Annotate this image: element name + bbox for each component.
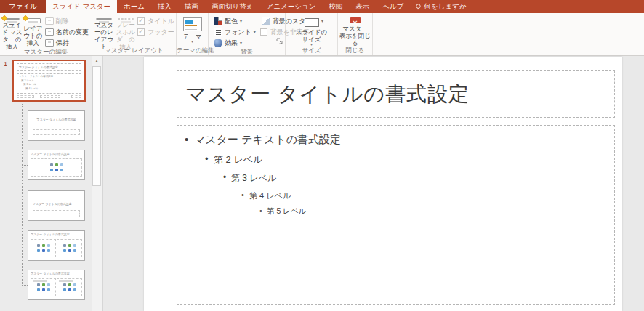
comparison-heading-bar [33,280,47,282]
insert-placeholder-icon [118,18,134,20]
layout-connector-stub [22,206,28,206]
group-label-master-layout: マスター レイアウト [92,47,176,55]
master-title-text: マスター タイトルの書式設定 [177,81,470,108]
slide-editor-area: マスター タイトルの書式設定 マスター テキストの書式設定 第 2 レベル 第 … [103,56,644,311]
group-label-background: 背景 [209,48,285,56]
insert-layout-icon [25,18,41,23]
slide-size-button[interactable]: スライドのサイズ [294,15,329,47]
tab-review[interactable]: 校閲 [322,0,349,13]
thumb-text-box [33,210,80,217]
master-layout-button[interactable]: マスターのレイアウト [94,15,114,47]
tab-home[interactable]: ホーム [117,0,151,13]
insert-layout-label: レイアウトの挿入 [23,25,44,47]
lightbulb-icon [415,4,422,10]
thumb-footer-box [40,95,60,98]
group-master-layout: マスターのレイアウト プレースホルダーの挿入 タイトル フッター [92,13,177,55]
group-background: 配色 フォント 効果 [209,13,286,55]
themes-icon [183,17,202,31]
layout-thumbnail-comparison[interactable]: マスター タイトルの書式設定 [28,270,85,300]
group-label-edit-master: マスターの編集 [0,48,92,56]
bullet-level-5: 第 5 レベル [259,206,614,217]
slide-canvas[interactable]: マスター タイトルの書式設定 マスター テキストの書式設定 第 2 レベル 第 … [144,57,622,311]
insert-placeholder-button: プレースホルダーの挿入 [114,15,138,47]
fonts-button[interactable]: フォント [212,27,257,37]
thumb-content-box [57,278,82,296]
group-edit-theme: テーマ テーマの編集 [177,13,209,55]
delete-button: 削除 [44,16,90,26]
thumbnail-panel-scrollbar[interactable] [92,56,102,311]
insert-layout-button[interactable]: レイアウトの挿入 [23,15,44,47]
close-master-view-icon [350,17,361,23]
insert-slide-master-icon [4,18,20,20]
thumb-body-placeholder: マスター テキストの書式設定 第 2 レベル 第 3 レベル 第 4 レベル [17,73,81,94]
group-label-close: 閉じる [338,47,372,55]
colors-caret-icon [240,20,242,23]
thumb-title-text: マスター タイトルの書式設定 [31,272,82,277]
slide-master-thumbnail[interactable]: マスター タイトルの書式設定 マスター テキストの書式設定 第 2 レベル 第 … [12,60,86,102]
layout-thumbnail-two-content[interactable]: マスター タイトルの書式設定 [28,230,85,261]
body-placeholder[interactable]: マスター テキストの書式設定 第 2 レベル 第 3 レベル 第 4 レベル 第… [177,125,615,305]
tab-slide-master[interactable]: スライド マスター [46,0,117,13]
background-dialog-launcher-icon[interactable] [275,37,283,45]
effects-label: 効果 [225,39,238,48]
title-placeholder[interactable]: マスター タイトルの書式設定 [177,70,615,118]
fonts-caret-icon [254,31,256,34]
thumb-title-text: マスター タイトルの書式設定 [17,63,81,71]
layout-thumbnail-title-slide[interactable]: マスター タイトルの書式設定 [28,110,85,141]
thumb-content-box [57,239,82,257]
background-styles-icon [262,17,270,25]
tab-help[interactable]: ヘルプ [376,0,410,13]
thumb-content-box [31,158,82,177]
thumb-footer-box [17,95,34,98]
effects-caret-icon [240,41,242,45]
close-master-view-button[interactable]: マスター表示を閉じる [339,15,371,47]
preserve-button[interactable]: 保持 [44,38,90,48]
powerpoint-window: ファイル スライド マスター ホーム 挿入 描画 画面切り替え アニメーション … [0,0,644,311]
group-label-edit-theme: テーマの編集 [177,47,208,55]
tell-me-box[interactable]: 何をしますか [415,0,467,13]
tab-insert[interactable]: 挿入 [151,0,178,13]
layout-thumbnail-section-header[interactable]: マスター タイトルの書式設定 [28,190,85,221]
footer-checkbox-box [137,28,145,36]
group-edit-master: スライド マスターの挿入 レイアウトの挿入 削除 名前の変更 [0,13,92,55]
thumb-content-box [31,278,56,296]
insert-slide-master-button[interactable]: スライド マスターの挿入 [1,15,23,47]
layout-connector-line [22,104,23,286]
colors-icon [214,17,222,25]
scrollbar-up-arrow-icon[interactable] [92,56,102,65]
tab-view[interactable]: 表示 [349,0,376,13]
colors-button[interactable]: 配色 [212,16,257,26]
rename-button[interactable]: 名前の変更 [44,27,90,37]
bullet-level-4: 第 4 レベル [241,190,614,201]
tab-transitions[interactable]: 画面切り替え [205,0,259,13]
footer-checkbox: フッター [137,27,174,37]
group-size: スライドのサイズ サイズ [286,13,338,55]
layout-connector-stub [22,246,28,246]
tab-draw[interactable]: 描画 [178,0,205,13]
ribbon: スライド マスターの挿入 レイアウトの挿入 削除 名前の変更 [0,13,644,56]
thumb-content-box [31,239,56,257]
slide-size-label: スライドのサイズ [294,28,329,43]
preserve-label: 保持 [56,39,69,48]
layout-connector-stub [22,285,28,286]
slide-size-icon [305,18,319,27]
colors-label: 配色 [225,17,238,26]
fonts-icon [214,28,222,36]
layout-thumbnail-title-content[interactable]: マスター タイトルの書式設定 [28,150,85,180]
thumb-title-text: マスター タイトルの書式設定 [31,152,82,157]
thumb-footer-box [71,95,81,98]
preserve-icon [45,39,54,47]
effects-button[interactable]: 効果 [212,38,257,48]
layout-connector-stub [22,165,28,166]
delete-label: 削除 [56,17,69,26]
tab-file[interactable]: ファイル [0,0,46,13]
themes-caret-icon [191,40,193,44]
tell-me-label: 何をしますか [424,2,467,12]
slide-number: 1 [4,60,7,68]
tab-animations[interactable]: アニメーション [260,0,323,13]
scrollbar-thumb[interactable] [92,66,101,186]
rename-label: 名前の変更 [56,28,89,37]
ribbon-tab-bar: ファイル スライド マスター ホーム 挿入 描画 画面切り替え アニメーション … [0,0,644,13]
themes-button[interactable]: テーマ [179,15,206,47]
hide-background-checkbox-box [260,28,267,36]
